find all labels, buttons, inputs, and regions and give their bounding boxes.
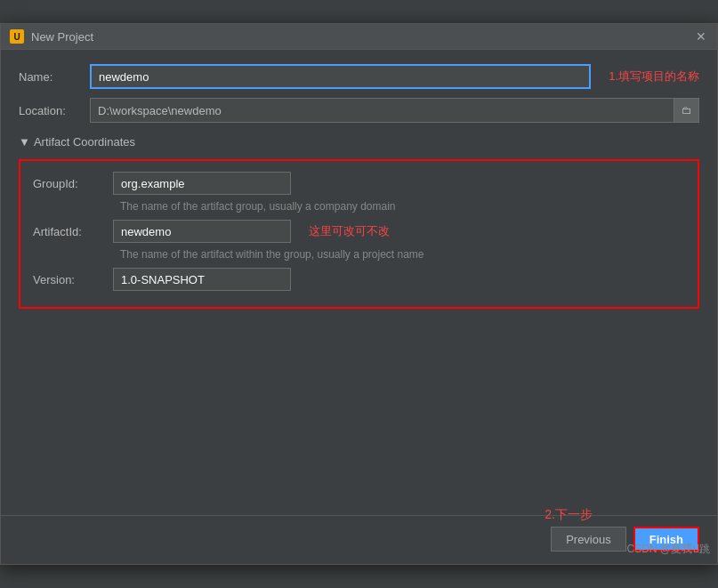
location-label: Location: <box>19 104 90 117</box>
groupid-input[interactable] <box>113 172 291 195</box>
groupid-label: GroupId: <box>33 177 113 190</box>
watermark: CSDN @夏我ีป跳 <box>626 540 710 557</box>
finish-annotation: 2.下一步 <box>545 507 593 523</box>
location-browse-button[interactable]: 🗀 <box>674 99 698 122</box>
dialog-title: New Project <box>31 30 687 44</box>
dialog-footer: 2.下一步 Previous Finish CSDN @夏我ีป跳 <box>1 515 717 564</box>
artifactid-row: ArtifactId: 这里可改可不改 <box>33 220 685 243</box>
version-input[interactable] <box>113 268 291 291</box>
empty-area <box>19 323 699 501</box>
location-input-wrapper: 🗀 <box>90 98 699 123</box>
close-button[interactable]: ✕ <box>694 29 708 44</box>
name-label: Name: <box>19 70 90 84</box>
groupid-row: GroupId: <box>33 172 685 195</box>
app-icon: U <box>10 29 24 44</box>
dialog-content: Name: 1.填写项目的名称 Location: 🗀 ▼ Artifact C… <box>1 50 717 515</box>
location-input[interactable] <box>91 101 674 121</box>
artifactid-hint: The name of the artifact within the grou… <box>120 248 685 261</box>
previous-button[interactable]: Previous <box>551 527 626 552</box>
artifact-section-header[interactable]: ▼ Artifact Coordinates <box>19 135 699 149</box>
location-row: Location: 🗀 <box>19 98 699 123</box>
title-bar: U New Project ✕ <box>1 24 717 50</box>
artifactid-annotation: 这里可改可不改 <box>309 223 390 239</box>
folder-icon: 🗀 <box>682 104 692 117</box>
artifactid-label: ArtifactId: <box>33 225 113 238</box>
section-title: Artifact Coordinates <box>34 135 135 149</box>
name-input[interactable] <box>90 64 591 89</box>
artifactid-input[interactable] <box>113 220 291 243</box>
version-row: Version: <box>33 268 685 291</box>
section-arrow-icon: ▼ <box>19 135 30 149</box>
new-project-dialog: U New Project ✕ Name: 1.填写项目的名称 Location… <box>0 23 718 565</box>
name-annotation: 1.填写项目的名称 <box>609 68 699 85</box>
artifact-section: GroupId: The name of the artifact group,… <box>19 159 699 309</box>
version-label: Version: <box>33 273 113 286</box>
name-row: Name: 1.填写项目的名称 <box>19 64 699 89</box>
groupid-hint: The name of the artifact group, usually … <box>120 200 685 213</box>
